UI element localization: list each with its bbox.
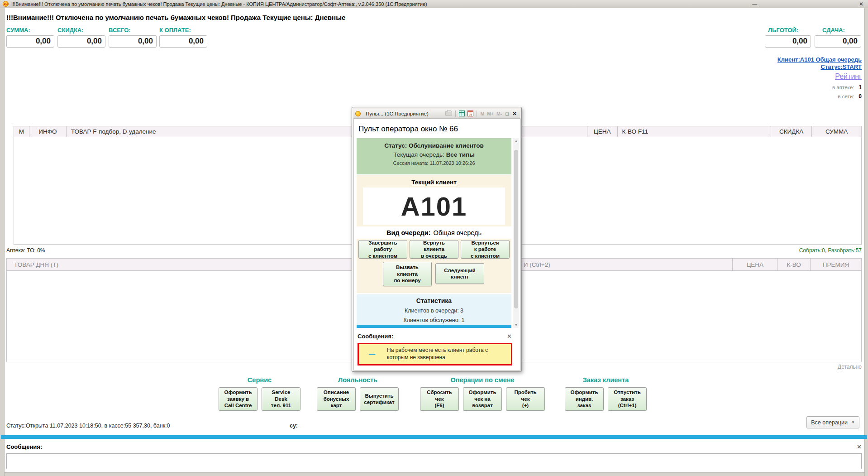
issue-certificate-button[interactable]: Выпустить сертификат [360, 387, 399, 411]
warning-heading: !!!Внимание!!! Отключена по умолчанию пе… [6, 14, 345, 21]
calendar-icon[interactable]: 31 [467, 111, 473, 116]
messages-input[interactable] [6, 453, 862, 469]
col-day-price[interactable]: ЦЕНА [733, 259, 777, 270]
col-quantity[interactable]: К-ВО F11 [618, 126, 772, 137]
memory-button[interactable]: M [480, 111, 484, 116]
current-queue-value: Все типы [446, 151, 475, 158]
clients-served: Клиентов обслужено: 1 [357, 317, 511, 323]
app-1c-icon: 1С [3, 1, 9, 7]
pharmacy-stat-label: в аптеке: [832, 85, 854, 90]
dialog-titlebar[interactable]: Пульт... (1С:Предприятие) 31 M M+ M- □ ✕ [353, 109, 520, 119]
individual-order-button[interactable]: Оформить индив. заказ [565, 387, 604, 411]
bonus-cards-button[interactable]: Описание бонусных карт [317, 387, 356, 411]
sum-field[interactable]: 0,00 [6, 35, 54, 48]
col-discount[interactable]: СКИДКА [771, 126, 812, 137]
release-order-button[interactable]: Отпустить заказ (Ctrl+1) [608, 387, 647, 411]
dialog-title: Пульт... (1С:Предприятие) [366, 111, 429, 116]
window-title: !!!Внимание!!! Отключена по умолчанию пе… [11, 1, 427, 7]
queue-type-row: Вид очереди: Общая очередь [357, 226, 511, 239]
statistics-panel: Статистика Клиентов в очереди: 3 Клиенто… [357, 294, 511, 325]
col-price[interactable]: ЦЕНА [587, 126, 618, 137]
return-receipt-button[interactable]: Оформить чек на возврат [463, 387, 502, 411]
bottom-progress-bar [1, 435, 867, 439]
su-label: су: [290, 423, 298, 429]
privilege-field[interactable]: 0,00 [765, 35, 811, 48]
to-pay-label: К ОПЛАТЕ: [159, 27, 191, 34]
calculator-icon[interactable] [459, 111, 465, 116]
current-client-caption[interactable]: Текщий клиент [357, 175, 511, 186]
group-loyalty-title: Лояльность [317, 376, 399, 384]
col-actions[interactable]: И (Ctrl+2) [518, 259, 733, 270]
assembly-link[interactable]: Собрать:0, Разобрать:57 [799, 247, 862, 254]
discount-field[interactable]: 0,00 [57, 35, 105, 48]
window-frame-left [0, 8, 5, 476]
col-day-quantity[interactable]: К-ВО [777, 259, 811, 270]
pharmacy-to-link[interactable]: Аптека: ТО: 0% [6, 247, 45, 254]
all-operations-label: Все операции [811, 419, 848, 426]
col-info[interactable]: ИНФО [29, 126, 67, 137]
return-client-button[interactable]: Вернуть клиента в очередь [410, 240, 458, 259]
change-label: СДАЧА: [822, 27, 845, 34]
session-start-value: 11.07.2023 10:26:26 [429, 160, 475, 166]
total-field[interactable]: 0,00 [109, 35, 157, 48]
current-queue: Текущая очередь: Все типы [357, 151, 511, 158]
status-link[interactable]: Статус:START [820, 63, 862, 70]
call-centre-button[interactable]: Оформить заявку в Call Centre [219, 387, 258, 411]
window-frame-right [864, 8, 868, 476]
dialog-messages-close-icon[interactable]: ✕ [507, 333, 512, 340]
next-client-button[interactable]: Следующий клиент [435, 263, 484, 284]
resume-work-button[interactable]: Вернуться к работе с клиентом [461, 240, 510, 259]
punch-receipt-button[interactable]: Пробить чек (+) [506, 387, 545, 411]
scroll-up-icon[interactable]: ▲ [513, 138, 519, 144]
toolbar-separator [455, 111, 456, 117]
chevron-down-icon: ▼ [851, 420, 855, 424]
network-stat-value: 0 [858, 93, 862, 100]
session-start: Сессия начата: 11.07.2023 10:26:26 [357, 160, 511, 166]
messages-close-icon[interactable]: ✕ [857, 443, 862, 450]
window-close-button[interactable]: ✕ [859, 1, 863, 7]
session-start-label: Сессия начата: [393, 160, 428, 166]
dialog-close-button[interactable]: ✕ [512, 111, 517, 117]
status-panel: Статус: Обслуживание клиентов Текущая оч… [357, 138, 511, 174]
group-shift-operations-title: Операции по смене [420, 376, 545, 384]
col-day-bonus[interactable]: ПРЕМИЯ [811, 259, 861, 270]
dialog-heading: Пульт оператора окно № 66 [358, 125, 458, 134]
dialog-scrollbar[interactable]: ▲ ▼ [513, 138, 519, 328]
operator-dialog: Пульт... (1С:Предприятие) 31 M M+ M- □ ✕… [352, 107, 522, 372]
message-dash-icon: — [369, 351, 375, 358]
current-queue-label: Текущая очередь: [393, 151, 444, 158]
service-desk-button[interactable]: Service Desk тел. 911 [262, 387, 300, 411]
memory-plus-button[interactable]: M+ [487, 111, 494, 116]
shift-status-line: Статус:Открыта 11.07.2023 10:18:50, в ка… [6, 423, 170, 429]
call-by-number-button[interactable]: Вызвать клиента по номеру [383, 262, 432, 286]
queue-type-value: Общая очередь [433, 229, 482, 236]
client-link[interactable]: Клиент:A101 Общая очередь [777, 56, 862, 63]
window-minimize-button[interactable]: — [752, 1, 757, 6]
finish-work-button[interactable]: Завершить работу с клиентом [358, 240, 407, 259]
warning-message-text: На рабочем месте есть клиент работа с ко… [387, 347, 500, 361]
print-icon[interactable] [445, 111, 452, 116]
col-marker[interactable]: М [14, 126, 29, 137]
pharmacy-stat: в аптеке: 1 [832, 84, 862, 91]
group-service-title: Сервис [219, 376, 300, 384]
col-sum[interactable]: СУММА [812, 126, 861, 137]
window-frame-bottom [5, 472, 864, 476]
total-label: ВСЕГО: [109, 27, 131, 34]
rating-link[interactable]: Рейтинг [835, 72, 862, 81]
detail-link[interactable]: Детально [838, 364, 862, 370]
scrollbar-thumb[interactable] [514, 150, 518, 308]
dialog-maximize-button[interactable]: □ [506, 111, 509, 116]
warning-message-box: — На рабочем месте есть клиент работа с … [358, 343, 512, 365]
scroll-down-icon[interactable]: ▼ [513, 322, 519, 328]
change-field[interactable]: 0,00 [815, 35, 861, 48]
client-panel: Текщий клиент A101 Вид очереди: Общая оч… [357, 175, 511, 293]
memory-minus-button[interactable]: M- [496, 111, 502, 116]
service-status: Статус: Обслуживание клиентов [357, 138, 511, 149]
all-operations-button[interactable]: Все операции ▼ [806, 416, 859, 428]
to-pay-field[interactable]: 0,00 [159, 35, 207, 48]
reset-receipt-button[interactable]: Сбросить чек (F6) [420, 387, 459, 411]
main-window: 1С !!!Внимание!!! Отключена по умолчанию… [0, 0, 868, 476]
discount-label: СКИДКА: [57, 27, 84, 34]
dialog-content: Пульт оператора окно № 66 Статус: Обслуж… [353, 119, 521, 370]
dialog-1c-icon [355, 111, 361, 116]
